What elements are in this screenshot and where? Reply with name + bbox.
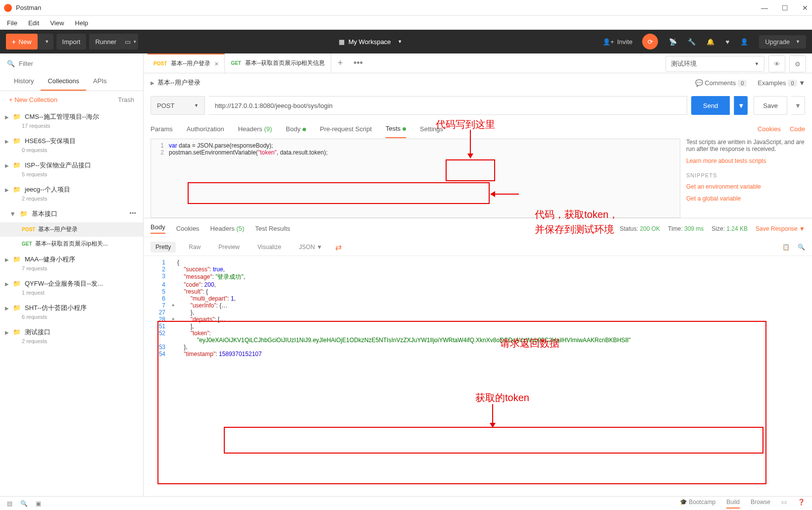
maximize-button[interactable]: ☐ (782, 4, 788, 12)
tests-code-editor[interactable]: 1var data = JSON.parse(responseBody); 2p… (151, 139, 680, 218)
workspace-selector[interactable]: ▦ My Workspace ▼ (339, 38, 403, 46)
avatar-icon[interactable]: 👤 (740, 38, 748, 46)
collection-item[interactable]: ▶📁MAA--健身小程序7 requests (0, 251, 143, 275)
view-preview[interactable]: Preview (213, 242, 245, 253)
wrap-icon[interactable]: ⇄ (335, 243, 342, 252)
snippet-link[interactable]: Get a global variable (686, 195, 805, 202)
format-selector[interactable]: JSON ▼ (294, 242, 327, 253)
find-icon[interactable]: 🔍 (20, 500, 28, 507)
trash-link[interactable]: Trash (118, 96, 134, 103)
menu-view[interactable]: View (50, 19, 64, 27)
tab-settings[interactable]: Settings (420, 120, 443, 138)
method-selector[interactable]: POST▼ (151, 96, 205, 115)
search-icon: 🔍 (7, 60, 15, 67)
collection-item[interactable]: ▶📁测试接口2 requests (0, 324, 143, 348)
close-button[interactable]: ✕ (802, 4, 808, 12)
collection-item[interactable]: ▶📁QYFW--企业服务项目--发...1 request (0, 275, 143, 300)
tab-params[interactable]: Params (151, 120, 173, 138)
window-button[interactable]: ▭▾ (122, 34, 138, 50)
folder-icon: 📁 (20, 210, 28, 217)
folder-icon: 📁 (13, 186, 21, 193)
copy-icon[interactable]: 📋 (782, 244, 790, 251)
bell-icon[interactable]: 🔔 (707, 38, 714, 46)
collection-item[interactable]: ▶📁HSE6S--安保项目0 requests (0, 133, 143, 157)
sidebar: 🔍 History Collections APIs + New Collect… (0, 53, 144, 496)
close-tab-icon[interactable]: × (214, 60, 218, 68)
import-button[interactable]: Import (56, 34, 87, 50)
browse-link[interactable]: Browse (751, 499, 770, 509)
request-tab[interactable]: GET基本--获取首页展示ip相关信息 (225, 53, 331, 73)
view-pretty[interactable]: Pretty (151, 242, 176, 253)
tab-collections[interactable]: Collections (41, 73, 86, 91)
wrench-icon[interactable]: 🔧 (688, 38, 696, 46)
tab-apis[interactable]: APIs (86, 73, 113, 91)
eye-icon[interactable]: 👁 (768, 55, 785, 72)
tab-tests[interactable]: Tests (386, 120, 406, 138)
search-response-icon[interactable]: 🔍 (798, 244, 805, 251)
panes-icon[interactable]: ▭ (781, 499, 787, 509)
build-link[interactable]: Build (726, 499, 740, 509)
collection-item[interactable]: ▶📁CMS--施工管理项目--海尔17 requests (0, 108, 143, 133)
send-dropdown[interactable]: ▼ (734, 96, 748, 115)
snippet-link[interactable]: Get an environment variable (686, 183, 805, 190)
runner-button[interactable]: Runner (89, 34, 122, 50)
new-button[interactable]: +New (6, 34, 38, 50)
request-item[interactable]: POST基本--用户登录 (0, 222, 143, 237)
tab-body[interactable]: Body (286, 120, 306, 138)
upgrade-button[interactable]: Upgrade▼ (759, 35, 806, 49)
learn-more-link[interactable]: Learn more about tests scripts (686, 157, 805, 164)
folder-icon: 📁 (13, 137, 21, 145)
new-tab-button[interactable]: + (331, 58, 349, 68)
invite-button[interactable]: 👤+ Invite (603, 38, 633, 46)
tab-prerequest[interactable]: Pre-request Script (320, 120, 372, 138)
tab-auth[interactable]: Authorization (187, 120, 224, 138)
menu-help[interactable]: Help (75, 19, 88, 27)
gear-icon[interactable]: ⚙ (789, 55, 806, 72)
view-raw[interactable]: Raw (184, 242, 205, 253)
console-icon[interactable]: ▣ (36, 500, 41, 507)
sidebar-toggle-icon[interactable]: ▤ (7, 500, 12, 507)
save-response-button[interactable]: Save Response ▼ (756, 225, 805, 232)
environment-selector[interactable]: 测试环境▼ (665, 56, 764, 72)
view-visualize[interactable]: Visualize (253, 242, 286, 253)
tab-headers[interactable]: Headers (9) (238, 120, 272, 138)
response-body[interactable]: 1{ 2 "success": true, 3 "message": "登录成功… (144, 256, 812, 496)
request-item[interactable]: GET基本--获取首页展示ip相关... (0, 237, 143, 251)
send-button[interactable]: Send (691, 96, 730, 115)
url-input[interactable] (209, 96, 687, 115)
cookies-link[interactable]: Cookies (758, 125, 781, 133)
bootcamp-link[interactable]: 🎓 Bootcamp (680, 499, 715, 509)
menu-file[interactable]: File (7, 19, 17, 27)
resp-tab-headers[interactable]: Headers (5) (210, 225, 245, 232)
heart-icon[interactable]: ♥ (725, 38, 729, 46)
resp-tab-tests[interactable]: Test Results (255, 225, 290, 232)
statusbar: ▤ 🔍 ▣ 🎓 Bootcamp Build Browse ▭ ❓ (0, 496, 812, 510)
help-icon[interactable]: ❓ (798, 499, 805, 509)
folder-icon: 📁 (13, 113, 21, 120)
tab-history[interactable]: History (7, 73, 41, 91)
save-button[interactable]: Save (754, 96, 787, 115)
satellite-icon[interactable]: 📡 (669, 38, 677, 46)
save-dropdown[interactable]: ▼ (791, 96, 805, 115)
comments-button[interactable]: 💬 Comments0 (695, 79, 747, 87)
collection-item[interactable]: ▶📁jeecg--个人项目2 requests (0, 181, 143, 205)
minimize-button[interactable]: — (761, 4, 768, 12)
examples-button[interactable]: Examples0 ▼ (758, 79, 805, 87)
filter-input[interactable] (19, 60, 136, 67)
new-dropdown[interactable]: ▼ (38, 34, 53, 50)
collection-item[interactable]: ▶📁SHT--仿十荟团小程序6 requests (0, 300, 143, 324)
collection-item[interactable]: ▶📁基本接口••• (0, 205, 143, 222)
sync-icon[interactable]: ⟳ (642, 34, 658, 50)
resp-tab-body[interactable]: Body (151, 223, 165, 234)
code-link[interactable]: Code (790, 125, 805, 133)
menubar: File Edit View Help (0, 16, 812, 30)
postman-logo-icon (4, 4, 12, 12)
new-collection-button[interactable]: + New Collection (9, 96, 57, 103)
tab-menu-button[interactable]: ••• (349, 58, 367, 68)
filter-search[interactable]: 🔍 (0, 53, 143, 73)
resp-tab-cookies[interactable]: Cookies (176, 225, 200, 232)
titlebar: Postman — ☐ ✕ (0, 0, 812, 16)
collection-item[interactable]: ▶📁ISP--安保物业产品接口5 requests (0, 157, 143, 181)
menu-edit[interactable]: Edit (28, 19, 39, 27)
request-tab[interactable]: POST基本--用户登录× (148, 53, 225, 73)
